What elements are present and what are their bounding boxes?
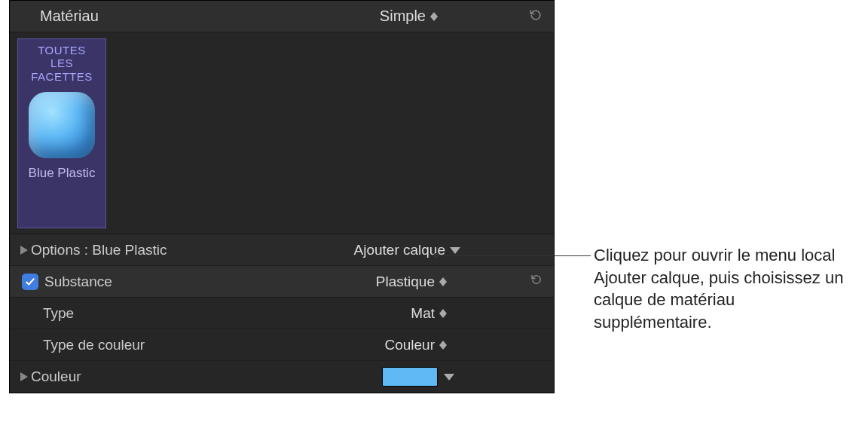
disclosure-triangle[interactable] bbox=[17, 246, 31, 255]
checkmark-icon bbox=[25, 277, 35, 287]
facet-well-all[interactable]: TOUTES LES FACETTES Blue Plastic bbox=[17, 38, 106, 228]
material-preview-swatch bbox=[29, 92, 95, 158]
reset-button[interactable] bbox=[528, 8, 543, 26]
color-type-label: Type de couleur bbox=[43, 337, 145, 353]
color-well[interactable] bbox=[382, 367, 454, 387]
type-label: Type bbox=[43, 305, 74, 322]
panel-title: Matériau bbox=[40, 8, 99, 25]
callout-text: Cliquez pour ouvrir le menu local Ajoute… bbox=[594, 244, 850, 334]
disclosure-triangle[interactable] bbox=[17, 372, 31, 381]
color-type-popup[interactable]: Couleur bbox=[384, 337, 447, 353]
options-row: Options : Blue Plastic Ajouter calque bbox=[10, 234, 554, 266]
type-row: Type Mat bbox=[10, 298, 554, 329]
updown-icon bbox=[430, 12, 438, 21]
color-type-row: Type de couleur Couleur bbox=[10, 329, 554, 361]
material-inspector-panel: Matériau Simple TOUTES LES FACETTES Blue… bbox=[9, 0, 555, 393]
color-row: Couleur bbox=[10, 361, 554, 393]
reset-arrow-icon bbox=[528, 8, 543, 23]
material-wells-area: TOUTES LES FACETTES Blue Plastic bbox=[10, 32, 554, 234]
callout-leader-line bbox=[436, 255, 591, 256]
reset-arrow-icon bbox=[530, 273, 543, 286]
updown-icon bbox=[439, 277, 447, 286]
material-mode-popup[interactable]: Simple bbox=[380, 8, 438, 25]
triangle-right-icon bbox=[20, 372, 28, 381]
updown-icon bbox=[439, 309, 447, 318]
options-label: Options : Blue Plastic bbox=[31, 242, 167, 258]
facet-well-title: TOUTES LES FACETTES bbox=[21, 44, 102, 83]
substance-value: Plastique bbox=[376, 274, 435, 290]
type-value: Mat bbox=[411, 305, 435, 322]
color-label: Couleur bbox=[31, 368, 81, 385]
substance-label: Substance bbox=[44, 274, 112, 290]
substance-checkbox[interactable] bbox=[22, 274, 38, 290]
chevron-down-icon bbox=[444, 368, 454, 385]
add-layer-label: Ajouter calque bbox=[354, 242, 445, 258]
color-swatch bbox=[382, 367, 438, 387]
material-mode-value: Simple bbox=[380, 8, 426, 25]
panel-header: Matériau Simple bbox=[10, 1, 554, 32]
material-name-label: Blue Plastic bbox=[29, 166, 96, 181]
type-popup[interactable]: Mat bbox=[411, 305, 447, 322]
color-type-value: Couleur bbox=[384, 337, 435, 353]
substance-popup[interactable]: Plastique bbox=[376, 274, 447, 290]
updown-icon bbox=[439, 341, 447, 350]
substance-row: Substance Plastique bbox=[10, 266, 554, 298]
triangle-right-icon bbox=[20, 246, 28, 255]
reset-substance-button[interactable] bbox=[530, 273, 543, 290]
